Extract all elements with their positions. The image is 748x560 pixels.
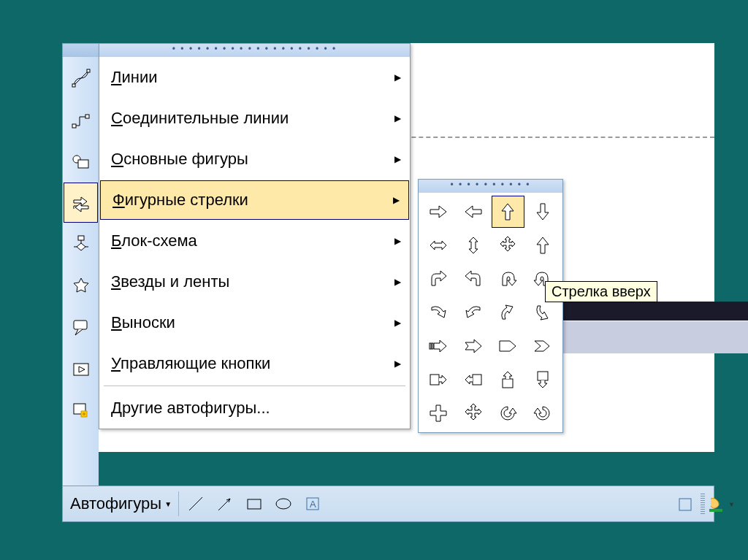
- shape-quad-arrow[interactable]: [492, 229, 525, 261]
- menu-item-basic-shapes[interactable]: Основные фигуры ▶: [99, 139, 410, 180]
- svg-rect-11: [430, 375, 439, 385]
- shape-left-callout[interactable]: [457, 364, 490, 396]
- shape-pentagon[interactable]: [492, 330, 525, 362]
- svg-rect-0: [72, 84, 75, 87]
- submenu-arrow-icon: ▶: [394, 277, 401, 287]
- shape-up-arrow[interactable]: [492, 196, 525, 228]
- menu-item-label: Основные фигуры: [111, 150, 248, 169]
- shape-up-down-arrow[interactable]: [457, 229, 490, 261]
- menu-item-action-buttons[interactable]: Управляющие кнопки ▶: [99, 343, 410, 384]
- svg-rect-6: [74, 321, 87, 329]
- palette-grid: [419, 193, 562, 432]
- shape-left-right-arrow[interactable]: [421, 229, 455, 261]
- side-icon-connectors[interactable]: [63, 99, 99, 140]
- side-icon-action-buttons[interactable]: [63, 348, 99, 390]
- toolbar-icon-column: [62, 43, 99, 490]
- menu-item-label: Звезды и ленты: [111, 272, 229, 291]
- tool-textbox[interactable]: A: [298, 489, 327, 518]
- shape-up-callout[interactable]: [492, 364, 525, 396]
- menu-item-label: Соединительные линии: [111, 109, 289, 128]
- shape-right-arrow[interactable]: [421, 196, 455, 228]
- svg-line-16: [218, 499, 230, 510]
- menu-item-label: Управляющие кнопки: [111, 354, 270, 373]
- submenu-arrow-icon: ▶: [394, 236, 401, 246]
- side-icon-basic-shapes[interactable]: [63, 140, 99, 182]
- menu-item-label: Фигурные стрелки: [112, 191, 248, 210]
- shape-cross-arrows[interactable]: [457, 397, 490, 429]
- caret-down-icon[interactable]: ▼: [728, 501, 735, 508]
- tool-rectangle[interactable]: [240, 489, 269, 518]
- svg-rect-4: [78, 160, 88, 168]
- svg-rect-2: [72, 124, 76, 128]
- shape-down-callout[interactable]: [526, 364, 560, 396]
- svg-rect-17: [248, 499, 261, 509]
- side-icon-flowchart[interactable]: [63, 223, 99, 265]
- menu-separator: [104, 386, 405, 386]
- svg-rect-13: [503, 379, 513, 388]
- side-icon-block-arrows[interactable]: [64, 183, 98, 223]
- shape-notched-right[interactable]: [457, 330, 490, 362]
- svg-rect-5: [78, 236, 84, 240]
- menu-item-label: Выноски: [111, 313, 175, 332]
- side-icon-stars[interactable]: [63, 265, 99, 307]
- block-arrows-palette: • • • • • • • • • •: [418, 179, 563, 433]
- autofigures-menu: • • • • • • • • • • • • • • • • • • • • …: [99, 43, 411, 429]
- caret-down-icon: ▼: [164, 500, 172, 508]
- svg-rect-9: [430, 343, 431, 349]
- tool-oval[interactable]: [269, 489, 298, 518]
- submenu-arrow-icon: ▶: [394, 113, 401, 123]
- side-icon-more-autoshapes[interactable]: [63, 390, 99, 431]
- svg-rect-10: [432, 343, 433, 349]
- shape-up-hollow-arrow[interactable]: [526, 229, 560, 261]
- submenu-arrow-icon: ▶: [394, 318, 401, 328]
- menu-item-label: Линии: [111, 68, 157, 87]
- side-icon-callouts[interactable]: [63, 307, 99, 348]
- shape-circular-arrow-2[interactable]: [526, 397, 560, 429]
- shape-left-arrow[interactable]: [457, 196, 490, 228]
- shape-curved-right[interactable]: [421, 296, 455, 329]
- submenu-arrow-icon: ▶: [393, 195, 400, 205]
- tool-line[interactable]: [181, 489, 210, 518]
- menu-item-flowchart[interactable]: Блок-схема ▶: [99, 220, 410, 261]
- shape-chevron[interactable]: [526, 330, 560, 362]
- tool-misc-icon[interactable]: [673, 492, 698, 517]
- svg-rect-14: [538, 372, 548, 380]
- shape-bent-arrow-left[interactable]: [457, 263, 490, 295]
- toolbar-gripper[interactable]: [63, 44, 99, 57]
- shape-plus-arrow[interactable]: [421, 397, 455, 429]
- menu-item-label: Блок-схема: [111, 231, 197, 250]
- menu-gripper[interactable]: • • • • • • • • • • • • • • • • • • • •: [99, 44, 410, 57]
- palette-gripper[interactable]: • • • • • • • • • •: [419, 180, 562, 193]
- svg-rect-12: [473, 375, 481, 385]
- shape-u-turn-left[interactable]: [492, 263, 525, 295]
- svg-line-15: [189, 497, 202, 510]
- shape-striped-right[interactable]: [421, 330, 455, 362]
- shape-curved-up[interactable]: [492, 296, 525, 329]
- submenu-arrow-icon: ▶: [394, 72, 401, 83]
- shape-down-arrow[interactable]: [526, 196, 560, 228]
- window-titlebar-fragment: [541, 302, 748, 321]
- svg-rect-21: [679, 499, 691, 510]
- menu-item-callouts[interactable]: Выноски ▶: [99, 302, 410, 343]
- autofigures-dropdown[interactable]: Автофигуры ▼: [66, 491, 176, 517]
- svg-rect-1: [87, 69, 90, 72]
- toolbar-separator: [178, 491, 179, 516]
- tool-arrow[interactable]: [210, 489, 240, 518]
- menu-item-lines[interactable]: Линии ▶: [99, 57, 410, 98]
- shape-circular-arrow[interactable]: [492, 397, 525, 429]
- menu-item-block-arrows[interactable]: Фигурные стрелки ▶: [100, 180, 409, 220]
- svg-text:A: A: [310, 499, 316, 510]
- svg-rect-3: [85, 115, 89, 118]
- toolbar-right-cluster: ▼: [673, 490, 742, 519]
- shape-curved-left[interactable]: [457, 296, 490, 329]
- shape-right-callout[interactable]: [421, 364, 455, 396]
- menu-item-more-autoshapes[interactable]: Другие автофигуры...: [99, 388, 410, 429]
- menu-item-stars[interactable]: Звезды и ленты ▶: [99, 261, 410, 302]
- autofigures-label: Автофигуры: [70, 494, 161, 513]
- svg-rect-22: [709, 509, 722, 512]
- menu-item-connectors[interactable]: Соединительные линии ▶: [99, 98, 410, 139]
- fill-color-dropdown[interactable]: [705, 492, 730, 517]
- side-icon-lines[interactable]: [63, 57, 99, 99]
- shape-bent-arrow-right[interactable]: [421, 263, 455, 295]
- submenu-arrow-icon: ▶: [394, 154, 401, 164]
